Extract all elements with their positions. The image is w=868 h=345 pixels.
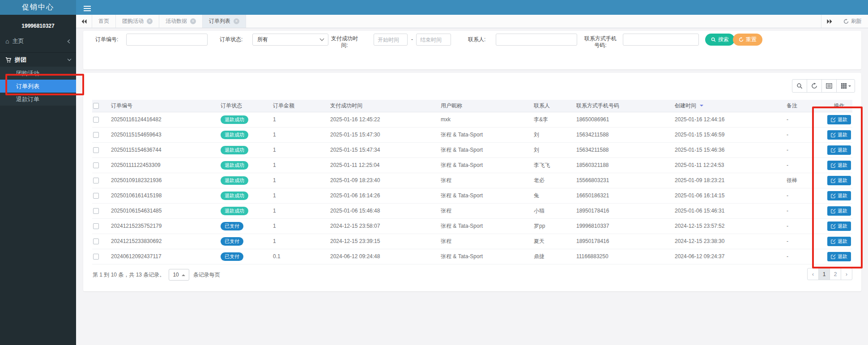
cell-remark: - (786, 127, 826, 142)
refund-button[interactable]: 退款 (827, 115, 851, 124)
columns-grid-icon (841, 83, 847, 89)
table-body: 20250116124416482退款成功12025-01-16 12:45:2… (92, 112, 852, 264)
cell-action: 退款 (826, 218, 852, 234)
tabs-scroll-left-icon[interactable] (76, 15, 92, 28)
tab-groupbuy-activity[interactable]: 团购活动 × (116, 15, 159, 28)
tab-order-list[interactable]: 订单列表 × (203, 15, 246, 28)
hamburger-menu-icon[interactable] (81, 4, 94, 12)
order-status-label: 订单状态: (220, 34, 243, 46)
close-icon[interactable]: × (190, 18, 196, 24)
status-badge: 已支付 (221, 237, 243, 246)
table-toolbar (792, 79, 855, 93)
table-row: 20250106154631485退款成功12025-01-06 15:46:4… (92, 203, 852, 218)
row-checkbox[interactable] (93, 178, 99, 183)
search-button[interactable]: 搜索 (705, 34, 735, 46)
pager-page-2[interactable]: 2 (830, 268, 841, 280)
cell-remark: - (786, 249, 826, 264)
cell-nickname: 张程 (440, 234, 533, 249)
tabs-scroll-right-icon[interactable] (821, 15, 837, 28)
chevron-down-icon (68, 59, 71, 60)
row-checkbox[interactable] (93, 162, 99, 168)
phone-input[interactable] (623, 34, 699, 46)
cell-nickname: 张程 & Tata-Sport (440, 218, 533, 234)
select-all-checkbox[interactable] (93, 103, 99, 109)
cell-status: 退款成功 (220, 127, 272, 142)
cell-status: 退款成功 (220, 173, 272, 188)
pager-next-button[interactable]: › (841, 268, 852, 280)
tabbar-spacer (246, 15, 821, 28)
sidebar-item-groupbuy-activity[interactable]: 团购活动 (0, 67, 76, 80)
sidebar-item-refund-orders[interactable]: 退款订单 (0, 93, 76, 106)
toggle-view-button[interactable] (821, 79, 837, 93)
cell-nickname: 张程 (440, 203, 533, 218)
refund-button[interactable]: 退款 (827, 130, 851, 140)
row-checkbox[interactable] (93, 147, 99, 153)
pay-time-label: 支付成功时间: (330, 35, 359, 49)
refund-button[interactable]: 退款 (827, 206, 851, 216)
cell-amount: 0.1 (272, 249, 329, 264)
refund-button[interactable]: 退款 (827, 176, 851, 185)
sidebar-item-home[interactable]: ⌂ 主页 (0, 34, 76, 48)
pager-prev-button[interactable]: ‹ (807, 268, 819, 280)
top-navbar (76, 0, 868, 15)
start-time-input[interactable] (374, 34, 408, 46)
cell-remark: - (786, 203, 826, 218)
refund-button[interactable]: 退款 (827, 252, 851, 261)
edit-icon (831, 132, 836, 137)
order-status-select[interactable]: 所有 (252, 34, 328, 46)
cell-order-no: 20250116124416482 (110, 112, 220, 127)
header-create-time[interactable]: 创建时间 (674, 100, 786, 112)
row-checkbox[interactable] (93, 117, 99, 123)
cell-action: 退款 (826, 142, 852, 158)
close-icon[interactable]: × (147, 18, 153, 24)
caret-down-icon (848, 85, 851, 88)
refund-button[interactable]: 退款 (827, 145, 851, 155)
status-badge: 退款成功 (221, 161, 248, 170)
refund-button[interactable]: 退款 (827, 221, 851, 231)
per-page-label: 条记录每页 (193, 271, 220, 279)
cell-action: 退款 (826, 127, 852, 142)
cell-create-time: 2025-01-16 12:44:16 (674, 112, 786, 127)
cell-amount: 1 (272, 142, 329, 158)
close-icon[interactable]: × (234, 18, 239, 24)
search-icon (796, 83, 803, 89)
refresh-page-button[interactable]: 刷新 (837, 15, 868, 28)
tab-activity-data[interactable]: 活动数据 × (159, 15, 203, 28)
cell-create-time: 2025-01-06 16:14:15 (674, 188, 786, 203)
cell-order-no: 20241215233830692 (110, 234, 220, 249)
cell-pay-time: 2024-06-12 09:24:48 (329, 249, 440, 264)
contact-input[interactable] (496, 34, 577, 46)
pager-page-1[interactable]: 1 (818, 268, 830, 280)
cell-order-no: 20241215235752179 (110, 218, 220, 234)
tab-home[interactable]: 首页 (92, 15, 116, 28)
end-time-input[interactable] (416, 34, 451, 46)
row-checkbox[interactable] (93, 254, 99, 260)
refund-button[interactable]: 退款 (827, 237, 851, 246)
page-size-select[interactable]: 10 (169, 269, 189, 281)
row-checkbox[interactable] (93, 223, 99, 229)
cell-contact: 夏天 (533, 234, 575, 249)
cell-order-no: 20250106161415198 (110, 188, 220, 203)
columns-button[interactable] (836, 79, 855, 93)
cell-action: 退款 (826, 249, 852, 264)
table-search-button[interactable] (792, 79, 807, 93)
cell-status: 退款成功 (220, 158, 272, 173)
order-no-input[interactable] (126, 34, 208, 46)
cell-order-no: 20250109182321936 (110, 173, 220, 188)
table-refresh-button[interactable] (807, 79, 822, 93)
cell-remark: - (786, 158, 826, 173)
cell-order-no: 20250106154631485 (110, 203, 220, 218)
row-checkbox[interactable] (93, 239, 99, 244)
cell-action: 退款 (826, 203, 852, 218)
row-checkbox[interactable] (93, 208, 99, 214)
row-checkbox-cell (92, 127, 110, 142)
refund-button[interactable]: 退款 (827, 161, 851, 170)
reset-button[interactable]: 重置 (733, 34, 762, 46)
row-checkbox[interactable] (93, 193, 99, 199)
refund-button[interactable]: 退款 (827, 191, 851, 200)
sidebar-item-order-list[interactable]: 订单列表 (0, 80, 76, 93)
sidebar-item-group-buy[interactable]: 拼团 (0, 52, 76, 67)
cell-create-time: 2025-01-06 15:46:31 (674, 203, 786, 218)
row-checkbox[interactable] (93, 132, 99, 138)
cell-contact: 小猫 (533, 203, 575, 218)
